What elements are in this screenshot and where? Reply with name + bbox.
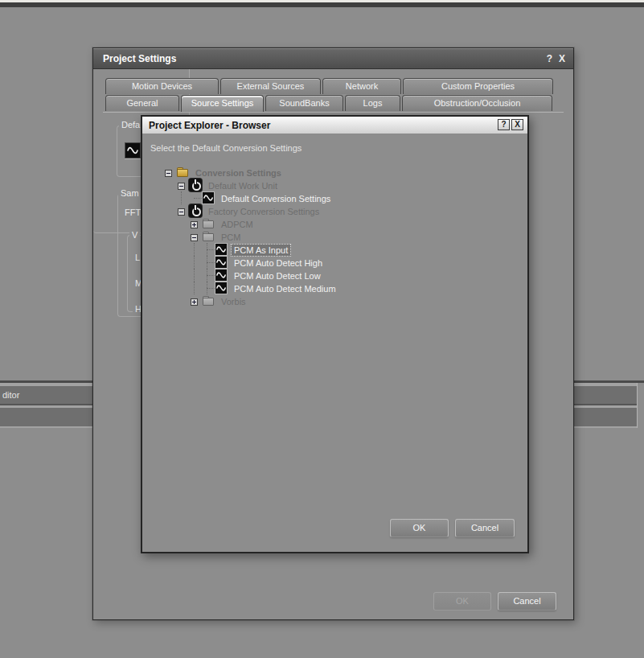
tree-guide-line bbox=[207, 288, 215, 290]
tab-source-settings[interactable]: Source Settings bbox=[181, 95, 264, 112]
tree-item-default-conversion-settings[interactable]: Default Conversion Settings bbox=[142, 191, 527, 204]
tree-indent bbox=[191, 200, 202, 201]
tree-item-factory-conversion-settings[interactable]: Factory Conversion Settings bbox=[142, 204, 527, 217]
close-icon[interactable]: X bbox=[559, 53, 565, 64]
tree-item-adpcm[interactable]: ADPCM bbox=[142, 217, 527, 230]
work-unit-icon bbox=[189, 204, 202, 217]
conversion-settings-icon bbox=[215, 269, 228, 282]
conversion-settings-icon bbox=[215, 243, 228, 256]
tree-indent bbox=[203, 252, 215, 253]
tree-item-label: ADPCM bbox=[218, 218, 256, 231]
tree-guide-line bbox=[194, 243, 195, 256]
desktop: { "desktop": { "editor_panel_fragment": … bbox=[0, 0, 644, 658]
tree-indent bbox=[203, 278, 215, 278]
tree-item-label: PCM As Input bbox=[231, 244, 291, 257]
project-explorer-browser-dialog: Project Explorer - Browser ? X Select th… bbox=[141, 115, 529, 553]
tree-item-pcm-auto-detect-low[interactable]: PCM Auto Detect Low bbox=[142, 269, 527, 282]
tree-guide-line bbox=[194, 282, 195, 294]
help-icon[interactable]: ? bbox=[547, 53, 552, 64]
tree-indent bbox=[203, 290, 215, 291]
conversion-settings-icon bbox=[215, 256, 228, 269]
tree-guide-line bbox=[207, 275, 215, 277]
background-panel-divider bbox=[637, 383, 644, 428]
tab-soundbanks[interactable]: SoundBanks bbox=[265, 95, 343, 111]
tab-content-border bbox=[103, 112, 564, 113]
project-settings-title: Project Settings bbox=[103, 53, 176, 64]
collapse-icon[interactable] bbox=[178, 183, 185, 190]
work-unit-icon bbox=[189, 179, 202, 191]
tree-guide-line bbox=[194, 198, 202, 199]
tree-indent bbox=[203, 265, 215, 265]
browser-prompt: Select the Default Conversion Settings bbox=[150, 143, 301, 153]
expand-icon[interactable] bbox=[191, 298, 198, 306]
editor-panel-title-fragment: ditor bbox=[2, 387, 19, 404]
conversion-settings-icon bbox=[215, 282, 228, 294]
tree-item-pcm-auto-detect-medium[interactable]: PCM Auto Detect Medium bbox=[142, 282, 527, 294]
tree-item-pcm-as-input[interactable]: PCM As Input bbox=[142, 243, 527, 256]
tree-item-vorbis[interactable]: Vorbis bbox=[142, 294, 527, 307]
project-settings-titlebar[interactable]: Project Settings bbox=[93, 48, 573, 69]
tree-item-default-work-unit[interactable]: Default Work Unit bbox=[142, 179, 527, 191]
tab-motion-devices[interactable]: Motion Devices bbox=[105, 78, 219, 94]
tab-obstruction-occlusion[interactable]: Obstruction/Occlusion bbox=[402, 95, 552, 111]
tree-item-label: Vorbis bbox=[218, 295, 249, 308]
tree-item-label: PCM bbox=[218, 231, 244, 244]
cancel-button[interactable]: Cancel bbox=[498, 592, 556, 611]
tree-item-label: Default Conversion Settings bbox=[218, 192, 334, 205]
settings-tab-row-bottom: GeneralSource SettingsSoundBanksLogsObst… bbox=[105, 95, 552, 112]
conversion-settings-tree: Conversion Settings Default Work Unit De… bbox=[142, 166, 527, 307]
ok-button[interactable]: OK bbox=[390, 519, 449, 537]
tree-item-label: PCM Auto Detect Low bbox=[231, 269, 324, 282]
tab-logs[interactable]: Logs bbox=[345, 95, 400, 111]
group-label-fragment: Defa bbox=[119, 120, 142, 130]
tree-item-label: Default Work Unit bbox=[205, 179, 281, 192]
expand-icon[interactable] bbox=[191, 221, 198, 228]
settings-tab-row-top: Motion DevicesExternal SourcesNetworkCus… bbox=[105, 78, 553, 94]
browser-titlebar[interactable]: Project Explorer - Browser bbox=[142, 117, 527, 134]
tree-guide-line bbox=[207, 262, 215, 264]
help-icon[interactable]: ? bbox=[498, 119, 510, 130]
collapse-icon[interactable] bbox=[165, 170, 172, 177]
group-label-fragment: V bbox=[129, 230, 140, 241]
folder-icon bbox=[202, 217, 215, 230]
tab-custom-properties[interactable]: Custom Properties bbox=[403, 78, 553, 94]
desktop-top-bar bbox=[0, 2, 644, 7]
tree-item-label: PCM Auto Detect Medium bbox=[231, 282, 339, 295]
tree-guide-line bbox=[194, 256, 195, 269]
collapse-icon[interactable] bbox=[191, 234, 198, 241]
tree-item-label: Conversion Settings bbox=[192, 167, 285, 179]
tab-external-sources[interactable]: External Sources bbox=[220, 78, 321, 94]
conversion-settings-icon bbox=[202, 191, 215, 204]
tree-item-pcm[interactable]: PCM bbox=[142, 230, 527, 243]
ok-button: OK bbox=[433, 592, 491, 611]
tree-guide-line bbox=[207, 249, 215, 251]
tree-item-label: PCM Auto Detect High bbox=[231, 257, 326, 269]
browser-title: Project Explorer - Browser bbox=[149, 120, 270, 131]
tree-item-label: Factory Conversion Settings bbox=[205, 205, 322, 218]
tree-guide-line bbox=[194, 269, 195, 282]
close-icon[interactable]: X bbox=[511, 119, 523, 130]
cancel-button[interactable]: Cancel bbox=[455, 519, 515, 537]
group-label-fragment: Sam bbox=[118, 188, 142, 199]
tab-network[interactable]: Network bbox=[322, 78, 401, 94]
tree-item-pcm-auto-detect-high[interactable]: PCM Auto Detect High bbox=[142, 256, 527, 269]
tree-guide-line bbox=[181, 191, 182, 204]
tree-item-conversion-settings[interactable]: Conversion Settings bbox=[142, 166, 527, 179]
folder-icon bbox=[202, 230, 215, 243]
folder-icon bbox=[176, 166, 189, 179]
conversion-settings-icon[interactable] bbox=[125, 142, 141, 158]
folder-icon bbox=[202, 294, 215, 307]
tab-general[interactable]: General bbox=[105, 95, 179, 111]
collapse-icon[interactable] bbox=[178, 208, 185, 216]
